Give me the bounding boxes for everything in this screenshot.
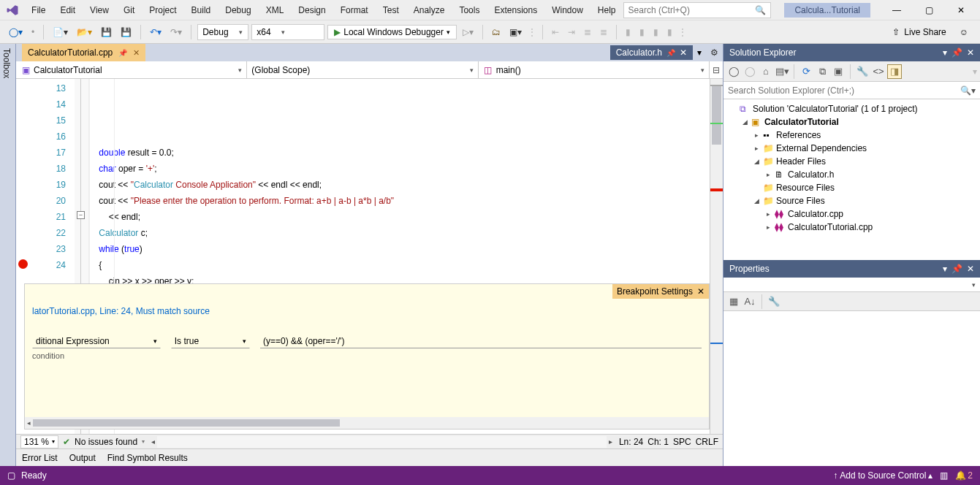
back-button[interactable]: ◯ (726, 64, 741, 79)
dropdown-icon[interactable]: ▾ (943, 47, 947, 58)
open-file-button[interactable]: 📂▾ (74, 26, 95, 39)
nav-fwd-button[interactable]: • (29, 26, 37, 39)
preview-button[interactable]: ◨ (887, 64, 902, 79)
nav-back-button[interactable]: ◯▾ (6, 26, 26, 39)
feedback-icon[interactable]: ☺ (960, 27, 968, 37)
solution-tree[interactable]: ⧉Solution 'CalculatorTutorial' (1 of 1 p… (723, 99, 980, 260)
sync-button[interactable]: ⟳ (799, 64, 813, 79)
tree-item[interactable]: ▸📁External Dependencies (723, 142, 980, 155)
debug-target-dropdown[interactable]: ▷▾ (460, 26, 476, 39)
show-code-button[interactable]: <> (871, 64, 886, 79)
nav-scope-global[interactable]: (Global Scope) (247, 61, 478, 78)
menu-git[interactable]: Git (116, 2, 142, 18)
wrench-icon[interactable]: 🔧 (767, 294, 781, 309)
bp-location-link[interactable]: latorTutorial.cpp, Line: 24, Must match … (32, 306, 210, 316)
tree-item[interactable]: ◢📁Source Files (723, 194, 980, 207)
tree-item[interactable]: ▸⧫⧫Calculator.cpp (723, 207, 980, 221)
horizontal-scrollbar[interactable] (157, 436, 607, 448)
show-all-button[interactable]: ⧉ (815, 64, 829, 79)
scroll-left-button[interactable]: ◂ (149, 438, 157, 446)
platform-dropdown[interactable]: x64 (251, 24, 324, 40)
start-debug-button[interactable]: ▶ Local Windows Debugger▾ (327, 25, 457, 39)
tab-active[interactable]: CalculatorTutorial.cpp 📌 ✕ (22, 44, 145, 61)
scrollbar-thumb[interactable] (712, 86, 721, 145)
menu-project[interactable]: Project (142, 2, 183, 18)
output-tab-output[interactable]: Output (69, 453, 96, 463)
browse-button[interactable]: 🗂 (489, 26, 504, 39)
view-button[interactable]: ▣▾ (506, 26, 525, 39)
home-button[interactable]: ⌂ (759, 64, 773, 79)
properties-dropdown[interactable]: ▾ (723, 278, 980, 292)
menu-build[interactable]: Build (184, 2, 219, 18)
fold-toggle[interactable]: − (77, 211, 85, 219)
menu-debug[interactable]: Debug (218, 2, 258, 18)
nav-scope-project[interactable]: ▣CalculatorTutorial (16, 61, 247, 78)
pin-icon[interactable]: 📌 (951, 264, 962, 274)
tab-secondary[interactable]: Calculator.h 📌 ✕ (610, 45, 693, 60)
close-icon[interactable]: ✕ (133, 48, 140, 58)
split-button[interactable]: ⊟ (710, 61, 723, 78)
close-button[interactable]: ✕ (945, 1, 977, 19)
fwd-button[interactable]: ◯ (742, 64, 757, 79)
new-file-button[interactable]: 📄▾ (50, 26, 71, 39)
close-icon[interactable]: ✕ (697, 286, 704, 297)
breakpoint-marker[interactable] (18, 259, 28, 269)
tree-item[interactable]: ⧉Solution 'CalculatorTutorial' (1 of 1 p… (723, 102, 980, 115)
notifications-button[interactable]: 🔔2 (955, 470, 973, 481)
config-dropdown[interactable]: Debug (197, 24, 248, 40)
collapse-button[interactable]: ▣ (831, 64, 846, 79)
tree-item[interactable]: 📁Resource Files (723, 181, 980, 194)
dropdown-icon[interactable]: ▾ (943, 264, 947, 274)
menu-view[interactable]: View (83, 2, 116, 18)
search-input[interactable] (628, 5, 756, 15)
redo-button[interactable]: ↷▾ (167, 26, 185, 39)
close-icon[interactable]: ✕ (680, 47, 687, 58)
zoom-dropdown[interactable]: 131 % (20, 435, 58, 448)
menu-help[interactable]: Help (590, 2, 623, 18)
output-tab-error-list[interactable]: Error List (22, 453, 58, 463)
add-source-control-button[interactable]: ↑ Add to Source Control ▴ (833, 470, 932, 481)
vertical-scrollbar[interactable] (710, 79, 723, 434)
menu-xml[interactable]: XML (259, 2, 292, 18)
bp-condition-type-dropdown[interactable]: ditional Expression (32, 334, 161, 348)
nav-scope-function[interactable]: ◫main() (479, 61, 710, 78)
pin-icon[interactable]: 📌 (951, 47, 962, 58)
pin-icon[interactable]: 📌 (666, 49, 675, 57)
output-tab-find-symbol-results[interactable]: Find Symbol Results (107, 453, 188, 463)
menu-analyze[interactable]: Analyze (406, 2, 452, 18)
search-box[interactable]: 🔍 (623, 2, 772, 18)
tab-overflow-button[interactable]: ▾ (693, 47, 706, 58)
tree-item[interactable]: ◢▣CalculatorTutorial (723, 115, 980, 129)
alphabetical-button[interactable]: A↓ (742, 294, 757, 309)
menu-test[interactable]: Test (376, 2, 406, 18)
tree-item[interactable]: ▸▪▪References (723, 129, 980, 142)
menu-tools[interactable]: Tools (452, 2, 487, 18)
menu-design[interactable]: Design (291, 2, 333, 18)
menu-format[interactable]: Format (333, 2, 376, 18)
menu-extensions[interactable]: Extensions (487, 2, 544, 18)
save-all-button[interactable]: 💾 (118, 26, 134, 39)
bp-horizontal-scrollbar[interactable] (25, 417, 709, 429)
bp-condition-eval-dropdown[interactable]: Is true (171, 334, 250, 348)
close-icon[interactable]: ✕ (967, 264, 974, 274)
minimize-button[interactable]: — (881, 1, 913, 19)
maximize-button[interactable]: ▢ (913, 1, 945, 19)
line-ending[interactable]: CRLF (696, 437, 718, 447)
menu-file[interactable]: File (24, 2, 53, 18)
scroll-right-button[interactable]: ▸ (607, 438, 615, 446)
live-share-button[interactable]: ⇧ Live Share ☺ (886, 27, 974, 37)
properties-button[interactable]: 🔧 (855, 64, 870, 79)
switch-views-button[interactable]: ▤▾ (775, 64, 789, 79)
categorized-button[interactable]: ▦ (726, 294, 741, 309)
toolbox-tab[interactable]: Toolbox (0, 44, 16, 466)
close-icon[interactable]: ✕ (967, 47, 974, 58)
save-button[interactable]: 💾 (98, 26, 115, 39)
menu-window[interactable]: Window (544, 2, 590, 18)
tree-item[interactable]: ▸🗎Calculator.h (723, 168, 980, 181)
menu-edit[interactable]: Edit (53, 2, 83, 18)
solution-search-input[interactable] (728, 85, 960, 96)
pin-icon[interactable]: 📌 (118, 49, 127, 57)
tree-item[interactable]: ◢📁Header Files (723, 155, 980, 168)
tab-settings-button[interactable]: ⚙ (706, 47, 723, 58)
repo-icon[interactable]: ▥ (940, 470, 948, 481)
